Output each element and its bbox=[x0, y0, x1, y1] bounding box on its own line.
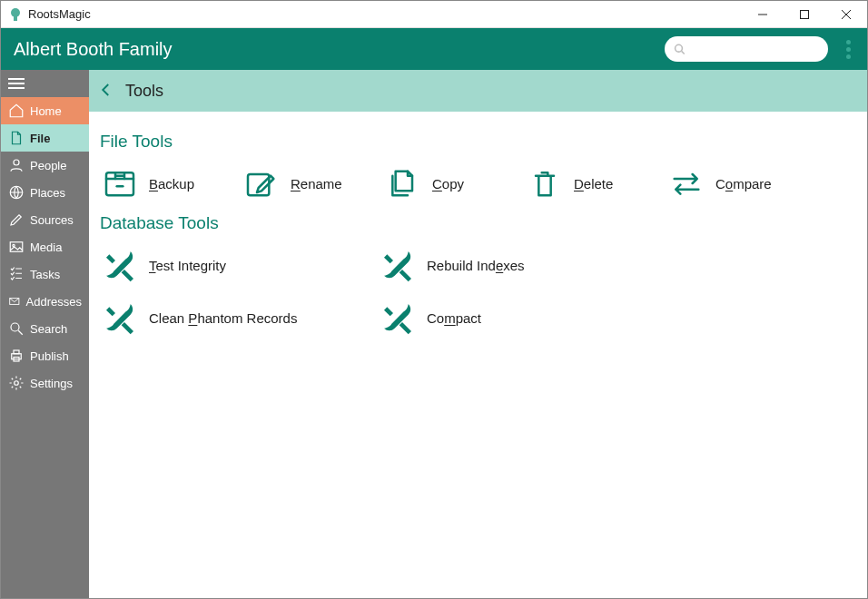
tools-icon bbox=[100, 245, 140, 285]
window-minimize-button[interactable] bbox=[742, 1, 784, 28]
sidebar: Home File People Places Sources Media bbox=[1, 70, 89, 598]
sidebar-item-label: Media bbox=[30, 241, 62, 254]
tool-compact[interactable]: Compact bbox=[378, 295, 650, 340]
window-maximize-button[interactable] bbox=[784, 1, 825, 28]
globe-icon bbox=[8, 184, 25, 201]
search-box[interactable] bbox=[665, 36, 828, 62]
svg-rect-3 bbox=[801, 10, 809, 18]
sidebar-item-label: Addresses bbox=[26, 295, 82, 309]
tool-rebuild-indexes[interactable]: Rebuild Indexes bbox=[378, 242, 650, 288]
envelope-icon bbox=[8, 293, 21, 309]
back-button[interactable] bbox=[98, 82, 114, 101]
svg-point-8 bbox=[14, 160, 19, 165]
tool-clean-phantom[interactable]: Clean Phantom Records bbox=[100, 295, 372, 340]
sidebar-item-home[interactable]: Home bbox=[1, 97, 89, 124]
search-input[interactable] bbox=[689, 43, 819, 56]
section-file-tools-title: File Tools bbox=[100, 132, 856, 152]
sidebar-item-label: Publish bbox=[30, 349, 69, 363]
svg-rect-1 bbox=[14, 16, 17, 21]
svg-line-14 bbox=[18, 330, 23, 335]
tool-label: Compare bbox=[715, 176, 772, 191]
main-area: Tools File Tools Backup R bbox=[89, 70, 867, 598]
tool-label: Copy bbox=[432, 176, 464, 191]
checklist-icon bbox=[8, 266, 25, 282]
sidebar-item-addresses[interactable]: Addresses bbox=[1, 288, 89, 315]
app-icon bbox=[8, 7, 23, 22]
app-window: RootsMagic Albert Booth Family bbox=[0, 0, 868, 599]
breadcrumb: Tools bbox=[89, 70, 867, 112]
tool-delete[interactable]: Delete bbox=[525, 161, 661, 206]
sidebar-item-label: File bbox=[30, 132, 50, 145]
dot-icon bbox=[846, 47, 851, 52]
sidebar-item-file[interactable]: File bbox=[1, 124, 89, 152]
edit-icon bbox=[242, 163, 281, 203]
sidebar-item-publish[interactable]: Publish bbox=[1, 342, 89, 369]
home-icon bbox=[8, 103, 25, 119]
svg-rect-16 bbox=[14, 350, 19, 354]
body: Home File People Places Sources Media bbox=[1, 70, 867, 598]
printer-icon bbox=[8, 348, 25, 364]
sidebar-item-search[interactable]: Search bbox=[1, 315, 89, 342]
svg-point-0 bbox=[11, 8, 20, 17]
tool-backup[interactable]: Backup bbox=[100, 161, 236, 206]
sidebar-item-sources[interactable]: Sources bbox=[1, 206, 89, 233]
sidebar-item-media[interactable]: Media bbox=[1, 233, 89, 260]
image-icon bbox=[8, 239, 25, 255]
app-title: RootsMagic bbox=[28, 7, 742, 21]
sidebar-item-label: Search bbox=[30, 322, 67, 336]
copy-icon bbox=[383, 163, 423, 203]
tools-icon bbox=[378, 298, 418, 338]
sidebar-item-label: Home bbox=[30, 104, 62, 118]
window-close-button[interactable] bbox=[825, 1, 867, 28]
family-title: Albert Booth Family bbox=[14, 39, 665, 60]
sidebar-item-label: Places bbox=[30, 186, 65, 200]
tool-label: Compact bbox=[427, 310, 481, 326]
people-icon bbox=[8, 157, 25, 173]
sidebar-item-label: People bbox=[30, 159, 66, 172]
pen-icon bbox=[8, 211, 25, 228]
tool-label: Rename bbox=[291, 176, 342, 191]
file-tools-row: Backup Rename Copy bbox=[100, 161, 856, 206]
magnifier-icon bbox=[8, 320, 25, 337]
page-title: Tools bbox=[125, 82, 163, 101]
sidebar-item-tasks[interactable]: Tasks bbox=[1, 260, 89, 288]
svg-point-6 bbox=[676, 44, 683, 52]
sidebar-item-label: Sources bbox=[30, 213, 74, 227]
db-tools-row-1: Test Integrity Rebuild Indexes bbox=[100, 242, 856, 288]
tools-icon bbox=[100, 298, 140, 338]
svg-point-13 bbox=[11, 323, 19, 331]
dot-icon bbox=[846, 54, 851, 59]
tool-compare[interactable]: Compare bbox=[666, 161, 803, 206]
swap-arrows-icon bbox=[666, 163, 706, 203]
sidebar-item-people[interactable]: People bbox=[1, 152, 89, 179]
db-tools-row-2: Clean Phantom Records Compact bbox=[100, 295, 856, 340]
section-database-tools-title: Database Tools bbox=[100, 213, 856, 233]
dot-icon bbox=[846, 40, 851, 44]
tool-label: Delete bbox=[574, 176, 613, 191]
tools-icon bbox=[378, 245, 418, 285]
sidebar-item-settings[interactable]: Settings bbox=[1, 369, 89, 397]
svg-rect-10 bbox=[10, 242, 23, 252]
sidebar-item-places[interactable]: Places bbox=[1, 179, 89, 206]
sidebar-item-label: Settings bbox=[30, 377, 73, 390]
titlebar: RootsMagic bbox=[1, 1, 867, 28]
trash-icon bbox=[525, 163, 565, 203]
sidebar-toggle-button[interactable] bbox=[1, 70, 89, 97]
svg-line-7 bbox=[682, 51, 685, 54]
svg-point-18 bbox=[15, 381, 19, 386]
tool-test-integrity[interactable]: Test Integrity bbox=[100, 242, 372, 288]
tool-rename[interactable]: Rename bbox=[242, 161, 378, 206]
gear-icon bbox=[8, 375, 25, 391]
tool-label: Clean Phantom Records bbox=[149, 310, 297, 326]
more-menu-button[interactable] bbox=[843, 36, 854, 63]
tool-label: Backup bbox=[149, 176, 194, 191]
search-icon bbox=[674, 43, 686, 55]
file-icon bbox=[8, 130, 25, 146]
tool-copy[interactable]: Copy bbox=[383, 161, 519, 206]
chevron-left-icon bbox=[98, 82, 114, 98]
tool-label: Test Integrity bbox=[149, 258, 226, 273]
svg-rect-15 bbox=[12, 354, 22, 359]
hamburger-icon bbox=[8, 78, 25, 89]
header-bar: Albert Booth Family bbox=[1, 28, 867, 70]
archive-box-icon bbox=[100, 163, 140, 203]
